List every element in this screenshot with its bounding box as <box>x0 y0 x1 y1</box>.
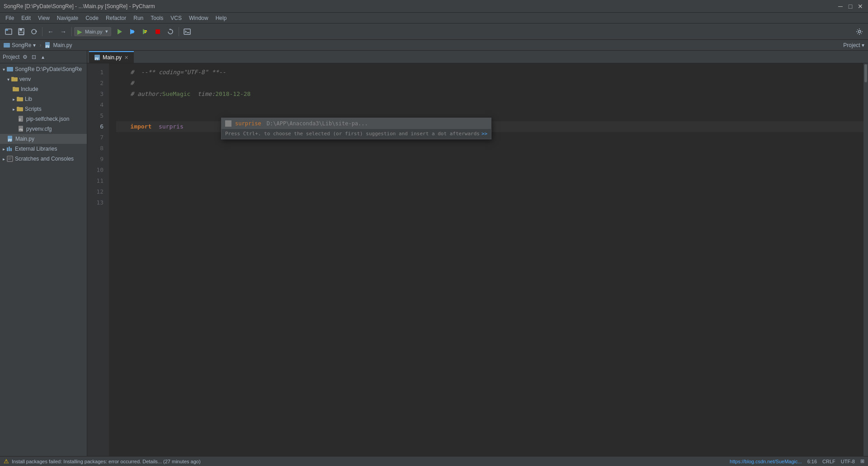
run-button[interactable] <box>114 26 126 38</box>
project-separator: › <box>39 42 41 48</box>
status-link[interactable]: https://blog.csdn.net/SueMagic... <box>730 459 802 464</box>
menu-edit[interactable]: Edit <box>18 14 34 22</box>
status-position: 6:16 <box>807 459 817 464</box>
status-warning-icon: ⚠ <box>4 458 9 465</box>
toolbar-project-btn[interactable] <box>3 26 14 38</box>
toolbar-settings-btn[interactable] <box>854 26 865 38</box>
menu-code[interactable]: Code <box>82 14 102 22</box>
sidebar-item-scratches[interactable]: ▸ Scratches and Consoles <box>0 154 87 164</box>
extlibs-icon <box>7 146 13 152</box>
toolbar-forward-btn[interactable]: → <box>57 26 69 38</box>
sidebar-item-pyvenv[interactable]: cfg pyvenv.cfg <box>0 124 87 134</box>
code-line-12 <box>116 186 863 197</box>
sidebar-gear-icon[interactable]: ⚙ <box>21 53 28 61</box>
autocomplete-item-surprise[interactable]: surprise D:\APP\Anaconda3\Lib\site-pa... <box>222 118 491 129</box>
toolbar-sync-btn[interactable] <box>28 26 40 38</box>
minimize-button[interactable]: ─ <box>836 2 844 10</box>
maximize-button[interactable]: □ <box>846 2 854 10</box>
svg-text:py: py <box>46 44 49 48</box>
reload-button[interactable] <box>165 26 176 38</box>
code-import-space <box>151 121 159 132</box>
titlebar: SongRe [D:\PyDate\SongRe] - ...\Main.py … <box>0 0 868 13</box>
titlebar-title: SongRe [D:\PyDate\SongRe] - ...\Main.py … <box>4 3 155 10</box>
sidebar-label-extlibs: External Libraries <box>15 146 57 152</box>
code-line-4 <box>116 100 863 110</box>
sidebar-label-scripts: Scripts <box>25 106 42 112</box>
line-num-13: 13 <box>89 197 107 208</box>
autocomplete-module-icon <box>225 120 231 127</box>
menu-run[interactable]: Run <box>130 14 147 22</box>
sidebar-item-pip[interactable]: {} pip-selfcheck.json <box>0 114 87 124</box>
code-comment-1: # --** coding="UTF-8" **-- <box>116 67 226 78</box>
toolbar-terminal-btn[interactable] <box>181 26 193 38</box>
status-right: https://blog.csdn.net/SueMagic... 6:16 C… <box>730 458 864 464</box>
project-mainpy-label: Main.py <box>53 42 72 48</box>
menu-tools[interactable]: Tools <box>147 14 167 22</box>
svg-point-16 <box>859 30 861 33</box>
sidebar-collapse-icon[interactable]: ▴ <box>39 53 47 61</box>
svg-rect-27 <box>7 147 8 151</box>
status-crlf[interactable]: CRLF <box>822 459 835 464</box>
status-encoding[interactable]: UTF-8 <box>841 459 855 464</box>
project-mainpy-btn[interactable]: py Main.py <box>45 42 72 48</box>
scratches-icon <box>7 156 13 162</box>
folder-scripts-icon <box>17 106 23 112</box>
sidebar-label-pyvenv: pyvenv.cfg <box>26 126 52 132</box>
autocomplete-hint-link[interactable]: >> <box>481 128 487 139</box>
run-config-dropdown[interactable]: ▶ Main.py ▾ <box>74 27 111 36</box>
sidebar-item-mainpy[interactable]: py Main.py <box>0 134 87 144</box>
menu-navigate[interactable]: Navigate <box>53 14 82 22</box>
menu-refactor[interactable]: Refactor <box>102 14 130 22</box>
menu-file[interactable]: File <box>2 14 18 22</box>
project-root-btn[interactable]: SongRe ▾ <box>4 42 36 48</box>
project-dropdown-icon: ▾ <box>33 42 36 48</box>
sidebar-item-include[interactable]: Include <box>0 84 87 94</box>
menu-vcs[interactable]: VCS <box>167 14 185 22</box>
project-label-btn[interactable]: Project ▾ <box>843 42 864 48</box>
run-with-coverage-button[interactable] <box>139 26 151 38</box>
svg-rect-30 <box>7 156 13 162</box>
run-config-arrow: ▾ <box>105 29 108 34</box>
sidebar-item-scripts[interactable]: ▸ Scripts <box>0 104 87 114</box>
line-num-7: 7 <box>89 132 107 143</box>
sidebar-item-lib[interactable]: ▸ Lib <box>0 94 87 104</box>
folder-lib-icon <box>17 96 23 102</box>
line-num-1: 1 <box>89 67 107 78</box>
stop-button[interactable] <box>152 26 164 38</box>
sidebar-item-venv[interactable]: ▾ venv <box>0 74 87 84</box>
close-button[interactable]: ✕ <box>856 2 864 10</box>
status-left: ⚠ Install packages failed: Installing pa… <box>4 458 726 465</box>
scrollbar-thumb[interactable] <box>864 64 867 82</box>
editor-scrollbar[interactable] <box>863 63 868 456</box>
line-num-10: 10 <box>89 165 107 176</box>
menu-window[interactable]: Window <box>185 14 212 22</box>
debug-button[interactable] <box>127 26 138 38</box>
svg-rect-17 <box>4 43 10 48</box>
menu-help[interactable]: Help <box>212 14 231 22</box>
svg-text:{}: {} <box>19 118 21 121</box>
sidebar-scroll-icon[interactable]: ⊡ <box>30 53 38 61</box>
tab-mainpy[interactable]: py Main.py ✕ <box>89 51 134 63</box>
line-num-11: 11 <box>89 176 107 186</box>
code-area[interactable]: # --** coding="UTF-8" **-- # # author:Su… <box>109 63 863 456</box>
project-icon <box>7 66 13 72</box>
menu-view[interactable]: View <box>34 14 53 22</box>
expand-scratches-icon: ▸ <box>3 157 5 162</box>
sidebar-item-external-libs[interactable]: ▸ External Libraries <box>0 144 87 154</box>
line-num-2: 2 <box>89 78 107 89</box>
status-warning-text: Install packages failed: Installing pack… <box>12 459 201 464</box>
toolbar-save-btn[interactable] <box>15 26 27 38</box>
sidebar-label-songre: SongRe D:\PyDate\SongRe <box>15 66 82 72</box>
sidebar-item-songre[interactable]: ▾ SongRe D:\PyDate\SongRe <box>0 64 87 74</box>
file-pip-icon: {} <box>18 116 24 122</box>
editor-content[interactable]: 1 2 3 4 5 6 7 8 9 10 11 12 13 # --** cod… <box>87 63 868 456</box>
code-line-13 <box>116 197 863 208</box>
toolbar-sep-1 <box>42 27 42 36</box>
menubar: File Edit View Navigate Code Refactor Ru… <box>0 13 868 24</box>
content-area: Project ⚙ ⊡ ▴ ▾ SongRe D:\PyDate\SongRe … <box>0 51 868 456</box>
tab-close-btn[interactable]: ✕ <box>124 55 128 61</box>
sidebar-header: Project ⚙ ⊡ ▴ <box>0 51 87 63</box>
expand-venv-icon: ▾ <box>7 77 9 82</box>
toolbar-back-btn[interactable]: ← <box>45 26 57 38</box>
sidebar-label-scratches: Scratches and Consoles <box>15 156 74 162</box>
